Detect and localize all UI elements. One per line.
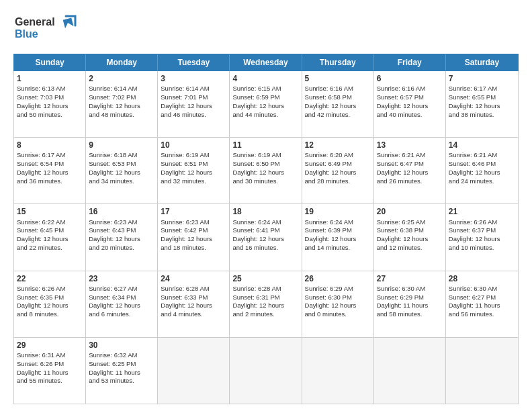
cal-header-day: Saturday [446,54,518,71]
day-number: 4 [232,73,298,84]
day-info-line: and 18 minutes. [161,244,206,251]
day-info-line: Daylight: 12 hours [232,302,284,309]
svg-text:General: General [15,16,55,28]
cal-cell: 22Sunrise: 6:26 AMSunset: 6:35 PMDayligh… [14,271,86,337]
day-info-line: Sunset: 6:53 PM [89,160,136,167]
day-info-line: Sunset: 6:46 PM [449,160,496,167]
day-number: 26 [305,273,371,284]
day-info-line: Sunset: 6:29 PM [377,293,424,301]
cal-cell: 4Sunrise: 6:15 AMSunset: 6:59 PMDaylight… [230,71,302,137]
day-info-line: Sunrise: 6:18 AM [89,151,137,158]
day-info-line: Sunset: 6:37 PM [449,226,496,234]
cal-cell: 30Sunrise: 6:32 AMSunset: 6:25 PMDayligh… [86,338,158,404]
cal-cell: 20Sunrise: 6:25 AMSunset: 6:38 PMDayligh… [374,204,446,270]
day-info-line: Sunrise: 6:15 AM [232,85,281,92]
day-number: 30 [89,340,154,351]
day-info-line: and 2 minutes. [232,310,274,318]
day-info-line: Sunset: 6:57 PM [377,93,424,101]
day-info-line: Sunset: 6:33 PM [161,293,208,301]
day-info-line: Sunset: 6:47 PM [377,160,424,167]
cal-cell: 23Sunrise: 6:27 AMSunset: 6:34 PMDayligh… [86,271,158,337]
day-info-line: Daylight: 12 hours [161,235,212,242]
cal-header-day: Monday [86,54,158,71]
day-info-line: Sunrise: 6:17 AM [449,85,497,92]
day-info-line: Sunrise: 6:27 AM [89,285,137,292]
day-info-line: Sunset: 6:51 PM [161,160,208,167]
day-info-line: and 53 minutes. [89,377,134,384]
logo-icon: General Blue [13,11,77,44]
day-info-line: and 50 minutes. [17,111,62,118]
day-number: 29 [17,340,83,351]
day-info-line: Daylight: 11 hours [17,369,69,376]
cal-cell: 10Sunrise: 6:19 AMSunset: 6:51 PMDayligh… [158,138,230,203]
day-info-line: and 10 minutes. [449,244,494,251]
day-number: 13 [377,140,443,150]
day-info-line: and 36 minutes. [17,177,62,185]
day-info-line: Sunrise: 6:31 AM [17,351,65,359]
day-info-line: and 26 minutes. [377,177,423,185]
cal-cell-empty [374,338,446,404]
day-info-line: Daylight: 12 hours [305,235,357,242]
cal-cell: 21Sunrise: 6:26 AMSunset: 6:37 PMDayligh… [446,204,518,270]
cal-cell: 2Sunrise: 6:14 AMSunset: 7:02 PMDaylight… [86,71,158,137]
cal-cell: 18Sunrise: 6:24 AMSunset: 6:41 PMDayligh… [230,204,302,270]
day-number: 8 [17,140,83,150]
cal-header-day: Friday [374,54,446,71]
cal-cell: 29Sunrise: 6:31 AMSunset: 6:26 PMDayligh… [14,338,86,404]
day-info-line: Sunrise: 6:21 AM [377,151,425,158]
day-info-line: Sunset: 7:02 PM [89,93,136,101]
day-info-line: Sunset: 6:42 PM [161,226,208,234]
day-info-line: Sunrise: 6:19 AM [232,151,281,158]
day-number: 12 [305,140,371,150]
cal-cell: 25Sunrise: 6:28 AMSunset: 6:31 PMDayligh… [230,271,302,337]
day-info-line: Sunset: 6:34 PM [89,293,136,301]
day-info-line: Sunrise: 6:24 AM [305,218,353,226]
cal-cell: 12Sunrise: 6:20 AMSunset: 6:49 PMDayligh… [302,138,374,203]
day-number: 18 [232,206,298,217]
calendar-body: 1Sunrise: 6:13 AMSunset: 7:03 PMDaylight… [13,71,519,404]
day-info-line: Sunrise: 6:23 AM [89,218,137,226]
day-info-line: and 20 minutes. [89,244,134,251]
cal-header-day: Wednesday [230,54,302,71]
day-info-line: Sunrise: 6:16 AM [305,85,353,92]
day-number: 22 [17,273,83,284]
day-info-line: Daylight: 12 hours [232,169,284,176]
cal-cell: 28Sunrise: 6:30 AMSunset: 6:27 PMDayligh… [446,271,518,337]
cal-header-day: Tuesday [158,54,230,71]
day-number: 17 [161,206,226,217]
day-info-line: and 48 minutes. [89,111,134,118]
day-info-line: Daylight: 11 hours [89,369,140,376]
day-info-line: Sunrise: 6:29 AM [305,285,353,292]
day-info-line: and 38 minutes. [449,111,494,118]
day-info-line: Daylight: 12 hours [449,169,500,176]
day-number: 20 [377,206,443,217]
day-info-line: Sunset: 6:27 PM [449,293,496,301]
cal-cell: 26Sunrise: 6:29 AMSunset: 6:30 PMDayligh… [302,271,374,337]
day-info-line: Sunrise: 6:30 AM [449,285,497,292]
day-info-line: Daylight: 12 hours [89,169,140,176]
day-info-line: Sunrise: 6:24 AM [232,218,281,226]
day-info-line: Daylight: 12 hours [449,235,500,242]
day-number: 10 [161,140,226,150]
cal-cell: 15Sunrise: 6:22 AMSunset: 6:45 PMDayligh… [14,204,86,270]
day-info-line: Sunrise: 6:21 AM [449,151,497,158]
day-info-line: Sunrise: 6:20 AM [305,151,353,158]
cal-cell: 16Sunrise: 6:23 AMSunset: 6:43 PMDayligh… [86,204,158,270]
day-number: 11 [232,140,298,150]
calendar-row: 1Sunrise: 6:13 AMSunset: 7:03 PMDaylight… [14,71,518,138]
day-info-line: Daylight: 12 hours [161,102,212,109]
cal-cell: 3Sunrise: 6:14 AMSunset: 7:01 PMDaylight… [158,71,230,137]
day-info-line: Daylight: 12 hours [17,302,69,309]
day-number: 27 [377,273,443,284]
cal-cell: 13Sunrise: 6:21 AMSunset: 6:47 PMDayligh… [374,138,446,203]
day-number: 19 [305,206,371,217]
day-info-line: and 58 minutes. [377,310,423,318]
cal-cell-empty [446,338,518,404]
day-info-line: Sunset: 6:59 PM [232,93,279,101]
day-info-line: and 32 minutes. [161,177,206,185]
day-info-line: Sunset: 6:30 PM [305,293,352,301]
day-info-line: and 55 minutes. [17,377,62,384]
cal-cell: 14Sunrise: 6:21 AMSunset: 6:46 PMDayligh… [446,138,518,203]
day-info-line: Sunrise: 6:17 AM [17,151,65,158]
calendar-row: 22Sunrise: 6:26 AMSunset: 6:35 PMDayligh… [14,271,518,338]
